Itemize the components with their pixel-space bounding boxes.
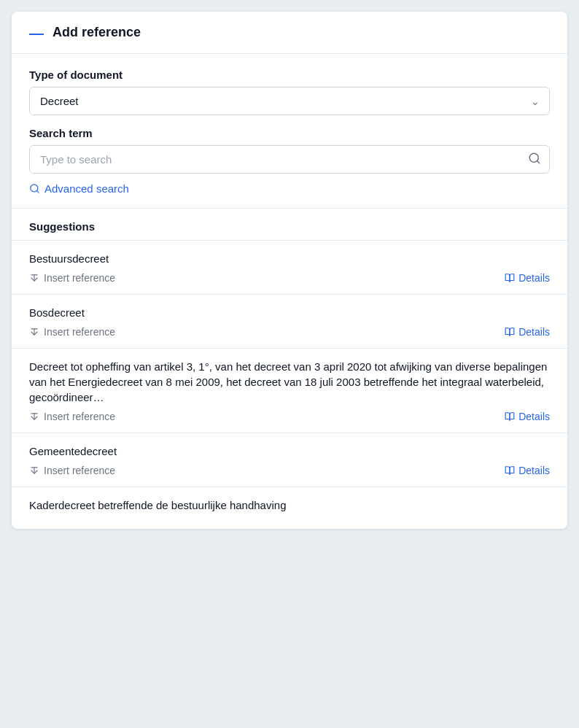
search-input[interactable] — [29, 145, 550, 174]
search-icon-button[interactable] — [528, 152, 541, 168]
suggestion-title: Decreet tot opheffing van artikel 3, 1°,… — [29, 359, 550, 405]
book-icon — [505, 465, 515, 476]
form-section: Type of document Decreet Wet Besluit Ord… — [12, 54, 567, 209]
list-item: Kaderdecreet betreffende de bestuurlijke… — [12, 487, 567, 529]
suggestion-title: Bestuursdecreet — [29, 251, 550, 266]
insert-reference-button[interactable]: Insert reference — [29, 272, 115, 284]
book-icon — [505, 411, 515, 422]
advanced-search-label: Advanced search — [44, 182, 129, 195]
details-button[interactable]: Details — [505, 272, 550, 284]
insert-reference-label: Insert reference — [44, 465, 115, 476]
details-label: Details — [518, 272, 550, 284]
details-button[interactable]: Details — [505, 326, 550, 338]
suggestion-actions: Insert reference Details — [29, 326, 550, 338]
suggestions-list: Bestuursdecreet Insert reference Deta — [12, 241, 567, 529]
list-item: Decreet tot opheffing van artikel 3, 1°,… — [12, 349, 567, 433]
suggestions-title: Suggestions — [29, 220, 95, 233]
insert-reference-label: Insert reference — [44, 272, 115, 284]
suggestion-actions: Insert reference Details — [29, 272, 550, 284]
list-item: Bestuursdecreet Insert reference Deta — [12, 241, 567, 295]
insert-icon — [29, 327, 39, 337]
search-input-wrapper — [29, 145, 550, 174]
insert-reference-button[interactable]: Insert reference — [29, 326, 115, 338]
details-label: Details — [518, 465, 550, 476]
search-small-icon — [29, 183, 40, 194]
search-term-label: Search term — [29, 127, 550, 139]
svg-line-3 — [36, 190, 39, 193]
document-type-field: Type of document Decreet Wet Besluit Ord… — [29, 69, 550, 115]
insert-icon — [29, 465, 39, 476]
panel-header: — Add reference — [12, 12, 567, 54]
list-item: Gemeentedecreet Insert reference Deta — [12, 433, 567, 487]
svg-line-1 — [537, 160, 539, 163]
insert-reference-button[interactable]: Insert reference — [29, 411, 115, 422]
book-icon — [505, 327, 515, 337]
suggestion-title: Kaderdecreet betreffende de bestuurlijke… — [29, 497, 550, 513]
book-icon — [505, 273, 515, 283]
insert-reference-button[interactable]: Insert reference — [29, 465, 115, 476]
list-item: Bosdecreet Insert reference Details — [12, 295, 567, 349]
suggestion-actions: Insert reference Details — [29, 411, 550, 422]
add-reference-panel: — Add reference Type of document Decreet… — [12, 12, 567, 529]
insert-icon — [29, 411, 39, 422]
panel-title: Add reference — [53, 25, 141, 40]
header-dash: — — [29, 26, 44, 40]
insert-icon — [29, 273, 39, 283]
document-type-select[interactable]: Decreet Wet Besluit Ordonnantie Reglemen… — [29, 87, 550, 115]
suggestions-header: Suggestions — [12, 209, 567, 241]
document-type-label: Type of document — [29, 69, 550, 81]
suggestion-title: Gemeentedecreet — [29, 444, 550, 459]
insert-reference-label: Insert reference — [44, 411, 115, 422]
suggestion-title: Bosdecreet — [29, 305, 550, 320]
insert-reference-label: Insert reference — [44, 326, 115, 338]
details-button[interactable]: Details — [505, 411, 550, 422]
advanced-search-link[interactable]: Advanced search — [29, 182, 129, 195]
details-button[interactable]: Details — [505, 465, 550, 476]
search-term-field: Search term Advanced search — [29, 127, 550, 196]
details-label: Details — [518, 326, 550, 338]
document-type-select-wrapper: Decreet Wet Besluit Ordonnantie Reglemen… — [29, 87, 550, 115]
details-label: Details — [518, 411, 550, 422]
search-icon — [528, 152, 541, 165]
suggestion-actions: Insert reference Details — [29, 465, 550, 476]
